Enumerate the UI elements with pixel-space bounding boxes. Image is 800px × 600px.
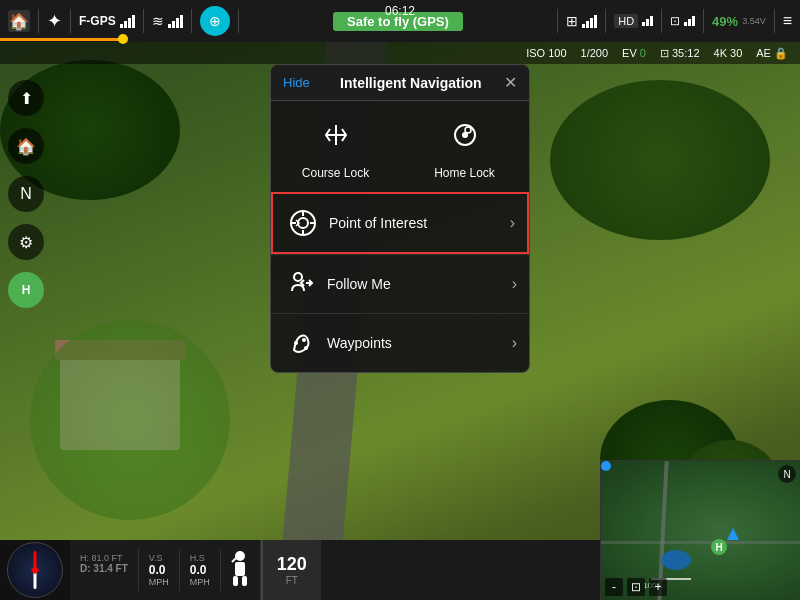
svg-line-22 [232, 558, 236, 562]
hs-display: H.S 0.0 MPH [180, 549, 221, 591]
modal-top-icons-row: Course Lock Home Lock [271, 101, 529, 192]
flight-timer: 06:12 [385, 4, 415, 18]
wifi-signal: ≋ [152, 13, 183, 29]
progress-marker [118, 34, 128, 44]
follow-me-icon [283, 269, 319, 299]
rc-signal: ⊞ [566, 13, 597, 29]
map-zoom-out[interactable]: - [605, 578, 623, 596]
ae-lock: AE 🔒 [756, 47, 788, 60]
point-of-interest-item[interactable]: Point of Interest › [271, 192, 529, 254]
altitude-display: 120 FT [261, 540, 321, 600]
svg-point-12 [294, 273, 302, 281]
poi-arrow: › [510, 214, 515, 232]
course-lock-button[interactable]: Course Lock [271, 101, 400, 192]
vs-display: V.S 0.0 MPH [139, 549, 180, 591]
poi-icon [285, 208, 321, 238]
home-lock-icon [447, 117, 483, 160]
waypoints-item[interactable]: Waypoints › [271, 313, 529, 372]
svg-rect-19 [233, 576, 238, 586]
shutter-speed: 1/200 [581, 47, 609, 59]
gps-label: F-GPS [79, 14, 116, 28]
hd-label: HD [614, 14, 653, 28]
map-layers[interactable]: ⊡ [627, 578, 645, 596]
gear-button[interactable]: ⚙ [8, 224, 44, 260]
iso-value: ISO 100 [526, 47, 566, 59]
bottom-telemetry-bar: H: 81.0 FT D: 31.4 FT V.S 0.0 MPH H.S 0.… [0, 540, 600, 600]
telemetry-display: H: 81.0 FT D: 31.4 FT V.S 0.0 MPH H.S 0.… [70, 549, 221, 591]
intelligent-navigation-modal: Hide Intelligent Navigation ✕ Course Loc… [270, 64, 530, 373]
map-compass: N [778, 465, 796, 483]
modal-close-button[interactable]: ✕ [504, 73, 517, 92]
modal-title: Intelligent Navigation [318, 75, 504, 91]
drone-icon: ✦ [47, 10, 62, 32]
mini-map[interactable]: H 100ft - ⊡ + N [600, 460, 800, 600]
home-button[interactable]: 🏠 [8, 10, 30, 32]
svg-point-15 [302, 338, 306, 342]
course-lock-icon [318, 117, 354, 160]
follow-me-item[interactable]: Follow Me › [271, 254, 529, 313]
waypoints-label: Waypoints [319, 335, 512, 351]
waypoints-arrow: › [512, 334, 517, 352]
north-indicator[interactable]: N [8, 176, 44, 212]
svg-point-4 [465, 127, 471, 133]
active-function-button[interactable]: ⊕ [200, 6, 230, 36]
svg-rect-20 [242, 576, 247, 586]
map-drone-marker [601, 461, 611, 471]
follow-me-arrow: › [512, 275, 517, 293]
h-marker: H [8, 272, 44, 308]
camera-settings-bar: ISO 100 1/200 EV 0 ⊡ 35:12 4K 30 AE 🔒 [0, 42, 800, 64]
menu-icon[interactable]: ≡ [783, 12, 792, 30]
map-zoom-in[interactable]: + [649, 578, 667, 596]
course-lock-label: Course Lock [302, 166, 369, 180]
takeoff-land-button[interactable]: ⬆ [8, 80, 44, 116]
map-home-marker: H [711, 539, 727, 555]
record-time: ⊡ 35:12 [660, 47, 700, 60]
left-controls-panel: ⬆ 🏠 N ⚙ H [8, 80, 44, 308]
ev-label: EV 0 [622, 47, 646, 59]
height-display: H: 81.0 FT D: 31.4 FT [70, 549, 139, 591]
map-controls: - ⊡ + [605, 578, 667, 596]
waypoints-icon [283, 328, 319, 358]
resolution: 4K 30 [714, 47, 743, 59]
battery-status: 49% 3.54V [712, 14, 766, 29]
modal-hide-button[interactable]: Hide [283, 75, 310, 90]
compass [0, 540, 70, 600]
home-icon: 🏠 [9, 12, 29, 31]
home-lock-button[interactable]: Home Lock [400, 101, 529, 192]
svg-point-17 [235, 551, 245, 561]
modal-header: Hide Intelligent Navigation ✕ [271, 65, 529, 101]
svg-point-16 [304, 346, 308, 350]
person-icon-wrap [221, 540, 261, 600]
poi-label: Point of Interest [321, 215, 510, 231]
return-home-button[interactable]: 🏠 [8, 128, 44, 164]
active-function-icon: ⊕ [209, 13, 221, 29]
progress-fill [0, 38, 120, 41]
svg-point-14 [294, 341, 298, 345]
record-indicator: ⊡ [670, 14, 695, 28]
home-lock-label: Home Lock [434, 166, 495, 180]
follow-me-label: Follow Me [319, 276, 512, 292]
gps-signal [120, 15, 135, 28]
progress-bar [0, 37, 800, 41]
